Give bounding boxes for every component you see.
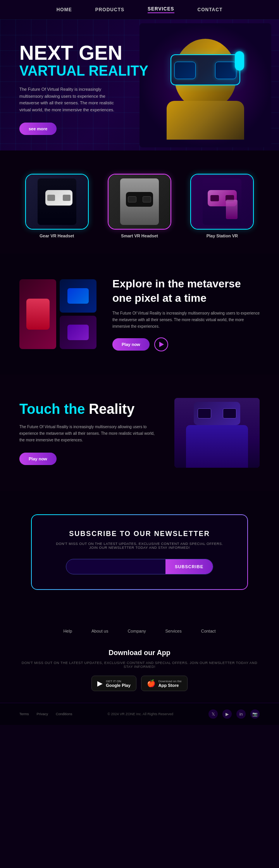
reality-section: Touch the Reality The Future Of Virtual …: [0, 375, 279, 491]
navigation: HOME PRODUCTS SERVICES CONTACT: [0, 0, 279, 19]
reality-content: Touch the Reality The Future Of Virtual …: [19, 401, 159, 465]
vr-lens-left: [174, 62, 196, 79]
explore-description: The Future Of Virtual Reality is increas…: [112, 310, 260, 330]
newsletter-subscribe-button[interactable]: SUBSCRIBE: [165, 559, 213, 574]
newsletter-box: SUBSCRIBE TO OUR NEWSLETTER DON'T MISS O…: [31, 514, 248, 590]
download-title: Download our App: [19, 649, 260, 657]
app-store-button[interactable]: 🍎 Download on the App Store: [141, 676, 188, 691]
footer-link-about[interactable]: About us: [91, 629, 108, 633]
app-store-sub: Download on the: [158, 680, 182, 683]
footer-privacy[interactable]: Privacy: [37, 712, 48, 716]
google-play-text: GET IT ON Google Play: [106, 680, 131, 688]
reality-play-button[interactable]: Play now: [19, 453, 57, 465]
footer-link-contact[interactable]: Contact: [201, 629, 216, 633]
reality-title-cyan: Touch the: [19, 401, 85, 417]
product-card-ps: Play Station VR: [190, 174, 254, 238]
explore-btn-row: Play now: [112, 337, 260, 351]
hero-description: The Future Of Virtual Reality is increas…: [19, 86, 120, 113]
hero-content: NEXT GEN VARTUAL REALITY The Future Of V…: [19, 43, 151, 135]
vr-headset: [170, 54, 240, 85]
vr-person-body: [167, 101, 244, 140]
explore-content: Explore in the metaverse one pixel at a …: [112, 277, 260, 351]
vr-figure: [155, 31, 256, 140]
hero-cta-button[interactable]: see more: [19, 123, 57, 135]
hero-section: NEXT GEN VARTUAL REALITY The Future Of V…: [0, 19, 279, 150]
nav-home[interactable]: HOME: [57, 7, 72, 12]
play-triangle-icon: [159, 342, 164, 347]
footer-bottom: Terms Privacy Conditions © 2024 VR ZONE …: [0, 703, 279, 725]
product-label-ps: Play Station VR: [207, 233, 238, 238]
explore-section: Explore in the metaverse one pixel at a …: [0, 254, 279, 375]
footer-link-services[interactable]: Services: [165, 629, 182, 633]
reality-vr-image: [174, 398, 260, 468]
nav-services[interactable]: SERVICES: [148, 6, 174, 13]
explore-img-2: [60, 279, 96, 313]
hero-vr-image: [140, 23, 271, 147]
footer-legal: Terms Privacy Conditions: [19, 712, 72, 716]
hero-title-main: NEXT GEN: [19, 43, 151, 63]
nav-contact[interactable]: CONTACT: [198, 7, 223, 12]
footer-social: 𝕏 ▶ in 📷: [208, 709, 260, 719]
reality-title: Touch the Reality: [19, 401, 159, 417]
newsletter-email-input[interactable]: [66, 559, 165, 574]
nav-products[interactable]: PRODUCTS: [95, 7, 124, 12]
google-play-sub: GET IT ON: [106, 680, 131, 683]
newsletter-inner: SUBSCRIBE TO OUR NEWSLETTER DON'T MISS O…: [31, 514, 248, 590]
explore-images: [19, 279, 97, 349]
explore-img-3: [60, 316, 96, 349]
instagram-icon[interactable]: 📷: [250, 709, 260, 719]
download-description: DON'T MISS OUT ON THE LATEST UPDATES, EX…: [19, 661, 260, 669]
hero-title-sub: VARTUAL REALITY: [19, 63, 151, 79]
explore-img-1: [19, 279, 56, 349]
twitter-icon[interactable]: 𝕏: [208, 709, 218, 719]
reality-title-white: Reality: [89, 401, 134, 417]
app-store-text: Download on the App Store: [158, 680, 182, 688]
product-image-wrap-ps[interactable]: [190, 174, 254, 230]
product-image-gear: [26, 175, 88, 229]
product-card-gear: Gear VR Headset: [25, 174, 89, 238]
explore-title-white: pixel at a time: [135, 292, 207, 304]
product-image-wrap-gear[interactable]: [25, 174, 89, 230]
product-label-smart: Smart VR Headset: [121, 233, 158, 238]
newsletter-section: SUBSCRIBE TO OUR NEWSLETTER DON'T MISS O…: [0, 491, 279, 613]
explore-title: Explore in the metaverse one pixel at a …: [112, 277, 260, 305]
youtube-icon[interactable]: ▶: [222, 709, 232, 719]
google-play-name: Google Play: [106, 683, 131, 688]
product-image-smart: [108, 175, 170, 229]
footer-copyright: © 2024 VR ZONE Inc. All Rights Reserved: [107, 712, 173, 716]
google-play-icon: ▶: [97, 679, 103, 688]
vr-lens-right: [215, 62, 236, 79]
explore-play-button[interactable]: Play now: [112, 338, 150, 351]
footer-terms[interactable]: Terms: [19, 712, 29, 716]
footer-conditions[interactable]: Conditions: [56, 712, 72, 716]
newsletter-form: SUBSCRIBE: [66, 559, 213, 574]
products-section: Gear VR Headset Smart VR Headset: [0, 150, 279, 254]
footer-link-company[interactable]: Company: [127, 629, 146, 633]
products-grid: Gear VR Headset Smart VR Headset: [19, 174, 260, 238]
footer-link-help[interactable]: Help: [63, 629, 72, 633]
apple-icon: 🍎: [147, 679, 155, 688]
explore-play-circle-button[interactable]: [154, 337, 168, 351]
google-play-button[interactable]: ▶ GET IT ON Google Play: [91, 676, 136, 691]
linkedin-icon[interactable]: in: [236, 709, 246, 719]
reality-person-figure: [174, 398, 260, 468]
product-label-gear: Gear VR Headset: [40, 233, 74, 238]
product-card-smart: Smart VR Headset: [108, 174, 171, 238]
product-image-wrap-smart[interactable]: [108, 174, 171, 230]
vr-headphones: [235, 51, 244, 71]
product-image-ps: [191, 175, 253, 229]
newsletter-description: DON'T MISS OUT ON THE LATEST UPDATES, EX…: [54, 542, 225, 550]
app-buttons: ▶ GET IT ON Google Play 🍎 Download on th…: [19, 676, 260, 691]
newsletter-title: SUBSCRIBE TO OUR NEWSLETTER: [54, 530, 225, 538]
reality-description: The Future Of Virtual Reality is increas…: [19, 424, 159, 443]
app-store-name: App Store: [158, 683, 182, 688]
footer-links: Help About us Company Services Contact: [0, 613, 279, 641]
download-section: Download our App DON'T MISS OUT ON THE L…: [0, 641, 279, 703]
